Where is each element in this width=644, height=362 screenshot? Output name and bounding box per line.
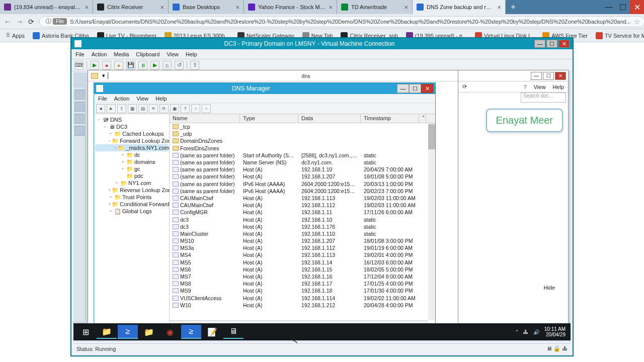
menu-item[interactable]: Help — [186, 51, 197, 57]
tree-node[interactable]: +📁Conditional Forwarders — [95, 201, 168, 208]
taskbar-clock[interactable]: 10:11 AM 20/04/29 — [544, 326, 566, 337]
record-row[interactable]: (same as parent folder)Host (A)192.168.1… — [170, 173, 435, 180]
tray-network-icon[interactable]: 🖧 — [523, 329, 528, 335]
up-icon[interactable]: ⇧ — [117, 104, 126, 113]
record-row[interactable]: MS4Host (A)192.168.1.11319/02/01 4:00:00… — [170, 251, 435, 258]
expand-icon[interactable]: + — [108, 195, 113, 200]
tool-icon[interactable]: ▫ — [191, 104, 200, 113]
start-button[interactable]: ⊞ — [75, 325, 96, 339]
record-row[interactable]: ForestDnsZones — [170, 145, 435, 152]
browser-tab[interactable]: DNS Zone backup and restore× — [413, 0, 506, 14]
help-icon[interactable]: ? — [181, 104, 190, 113]
record-row[interactable]: (same as parent folder)Name Server (NS)d… — [170, 159, 435, 166]
help-icon[interactable]: ? — [524, 84, 527, 90]
record-row[interactable]: (same as parent folder)Host (A)192.168.1… — [170, 166, 435, 173]
forward-icon[interactable]: ► — [107, 104, 116, 113]
maximize-button[interactable]: ☐ — [409, 84, 421, 93]
search-input[interactable]: Search doc... — [521, 93, 566, 103]
record-row[interactable]: _udp — [170, 130, 435, 137]
menu-item[interactable]: Media — [114, 51, 129, 57]
reload-icon[interactable]: ⟳ — [28, 17, 34, 26]
tree-node[interactable]: +📁dc — [95, 151, 168, 158]
bookmark-star-icon[interactable]: ☆ — [634, 18, 640, 26]
record-row[interactable]: dc3Host (A)192.168.1.10static — [170, 216, 435, 223]
expand-icon[interactable]: − — [96, 117, 101, 122]
column-header[interactable]: Timestamp — [361, 114, 419, 123]
browser-tab[interactable]: Base Desktops× — [169, 0, 244, 14]
export-icon[interactable]: ▣ — [170, 104, 179, 113]
turn-off-icon[interactable]: ● — [102, 61, 111, 70]
tree-node[interactable]: −📁Forward Lookup Zones — [95, 137, 168, 144]
record-row[interactable]: DomainDnsZones — [170, 137, 435, 144]
vm-menu-bar[interactable]: FileActionMediaClipboardViewHelp — [71, 49, 573, 59]
expand-icon[interactable]: − — [114, 145, 117, 150]
bookmark-item[interactable]: TV Service for My A... — [593, 31, 644, 40]
record-row[interactable]: MS9Host (A)192.168.1.1817/01/30 4:00:00 … — [170, 287, 435, 294]
tree-node[interactable]: +📁Reverse Lookup Zones — [95, 187, 168, 194]
vm-title-bar[interactable]: DC3 - Primary Domain on LMSNY - Virtual … — [71, 38, 573, 49]
dns-title-bar[interactable]: DNS Manager — ☐ ✕ — [94, 83, 435, 94]
back-icon[interactable]: ← — [4, 17, 11, 26]
maximize-button[interactable]: ☐ — [543, 72, 554, 80]
column-header[interactable]: Data — [298, 114, 361, 123]
tree-node[interactable]: −🖥DC3 — [95, 123, 168, 130]
record-row[interactable]: (same as parent folder)Start of Authorit… — [170, 152, 435, 159]
expand-icon[interactable]: + — [120, 152, 125, 157]
properties-icon[interactable]: ▤ — [138, 104, 147, 113]
tab-close-icon[interactable]: × — [85, 4, 89, 11]
record-row[interactable]: MS10Host (A)192.168.1.20718/01/08 3:00:0… — [170, 237, 435, 244]
record-row[interactable]: MS8Host (A)192.168.1.1717/01/25 4:00:00 … — [170, 280, 435, 287]
record-row[interactable]: ConfigMGRHost (A)192.168.1.1117/11/26 6:… — [170, 209, 435, 216]
system-tray[interactable]: ˄ 🖧 🔊 10:11 AM 20/04/29 — [516, 326, 569, 337]
hide-button[interactable]: Hide — [543, 285, 555, 291]
browser-tab[interactable]: (19,834 unread) - enayatmeer02× — [0, 0, 93, 14]
tree-node[interactable]: −🖳DNS — [95, 116, 168, 123]
browser-tab[interactable]: Citrix Receiver× — [93, 0, 169, 14]
tab-close-icon[interactable]: × — [329, 4, 333, 11]
tab-close-icon[interactable]: × — [160, 4, 164, 11]
record-row[interactable]: dc3Host (A)192.168.1.178static — [170, 223, 435, 230]
save-icon[interactable]: 💾 — [126, 61, 135, 70]
menu-item[interactable]: Action — [92, 51, 107, 57]
minimize-button[interactable]: — — [531, 72, 542, 80]
right-panel-menu[interactable]: ⟳ ? ViewHelp — [458, 81, 568, 93]
new-tab-button[interactable]: + — [506, 0, 521, 14]
record-row[interactable]: VUSClientAccessHost (A)192.168.1.11419/0… — [170, 295, 435, 302]
menu-item[interactable]: Clipboard — [136, 51, 159, 57]
back-icon[interactable]: ◄ — [96, 104, 105, 113]
delete-icon[interactable]: ✕ — [149, 104, 158, 113]
menu-item[interactable]: View — [534, 84, 546, 90]
record-row[interactable]: MS3aHost (A)192.168.1.11219/01/19 6:00:0… — [170, 244, 435, 251]
scrollbar-track[interactable] — [428, 123, 435, 320]
column-header[interactable]: Name — [170, 114, 240, 123]
taskbar-notepad-icon[interactable]: 📝 — [202, 325, 222, 339]
right-panel-title-bar[interactable]: — ☐ ✕ — [458, 70, 568, 81]
close-button[interactable]: ✕ — [555, 72, 566, 80]
record-row[interactable]: (same as parent folder)IPv6 Host (AAAA)2… — [170, 188, 435, 195]
scroll-up-icon[interactable]: ˄ — [419, 114, 426, 123]
menu-item[interactable]: View — [136, 96, 148, 102]
column-headers[interactable]: NameTypeDataTimestamp˄ — [170, 114, 435, 123]
taskbar-explorer2-icon[interactable]: 📁 — [139, 325, 159, 339]
checkpoint-icon[interactable]: ⎌ — [163, 61, 172, 70]
shutdown-icon[interactable]: ● — [114, 61, 123, 70]
expand-icon[interactable]: + — [120, 166, 125, 171]
menu-item[interactable]: File — [75, 51, 85, 57]
ctrl-alt-del-icon[interactable]: ⌨ — [74, 61, 84, 70]
record-row[interactable]: MS5Host (A)192.168.1.1416/12/03 6:00:00 … — [170, 259, 435, 266]
expand-icon[interactable]: + — [108, 209, 113, 214]
record-row[interactable]: MainClusterHost (A)192.168.1.110static — [170, 230, 435, 237]
tree-node[interactable]: +📁Trust Points — [95, 194, 168, 201]
forward-icon[interactable]: → — [16, 17, 23, 26]
share-icon[interactable]: ⇪ — [190, 61, 199, 70]
taskbar-explorer-icon[interactable]: 📁 — [97, 325, 117, 339]
taskbar-dns-icon[interactable]: 🖥 — [223, 325, 244, 339]
dns-record-list[interactable]: NameTypeDataTimestamp˄ _tcp_udpDomainDns… — [170, 114, 435, 328]
refresh-icon[interactable]: ⟳ — [462, 83, 467, 90]
record-row[interactable]: CAUMainCtwfHost (A)192.168.1.11219/02/03… — [170, 202, 435, 209]
dns-tree[interactable]: −🖳DNS−🖥DC3+📁Cached Lookups−📁Forward Look… — [94, 114, 170, 328]
menu-item[interactable]: Help — [155, 96, 167, 102]
expand-icon[interactable]: + — [120, 159, 125, 164]
taskbar-ps-icon[interactable]: ≥ — [181, 325, 201, 339]
url-field[interactable]: ⓘ File S:/Users/Enayat/Documents/DNS%20Z… — [39, 16, 644, 27]
